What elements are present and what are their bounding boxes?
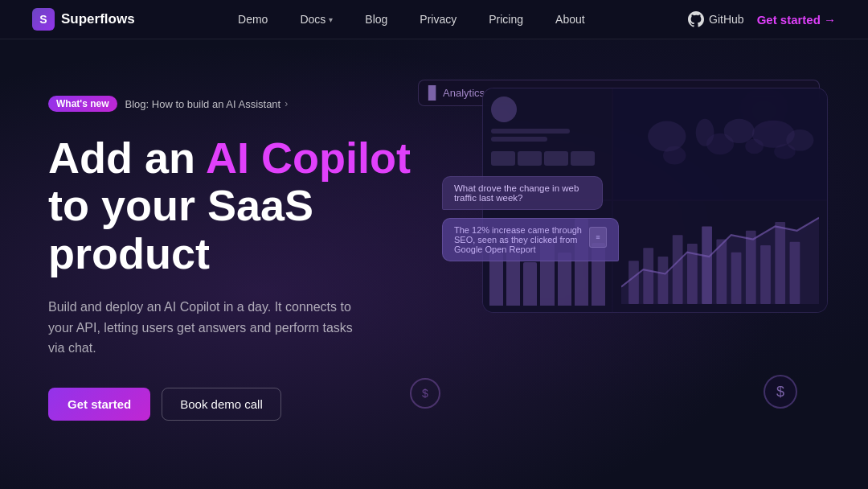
hero-buttons: Get started Book demo call [48, 388, 418, 421]
nav-cta-button[interactable]: Get started → [757, 13, 836, 27]
panel-line [613, 201, 827, 312]
svg-rect-14 [673, 235, 683, 304]
chat-bubble-answer: The 12% increase came through SEO, seen … [442, 218, 619, 261]
dash-btn [571, 151, 595, 166]
dash-btn [491, 151, 515, 166]
chat-bubble-question: What drove the change in web traffic las… [442, 176, 603, 210]
logo-icon: S [32, 8, 55, 31]
nav-docs[interactable]: Docs ▾ [285, 8, 347, 31]
hero-description: Build and deploy an AI Copilot in a day.… [48, 297, 354, 359]
navbar: S Superflows Demo Docs ▾ Blog Privacy Pr… [0, 0, 868, 39]
svg-point-2 [663, 146, 686, 165]
svg-rect-22 [790, 242, 800, 304]
svg-rect-11 [628, 261, 639, 304]
github-link[interactable]: GitHub [688, 11, 744, 27]
docs-chevron-icon: ▾ [329, 15, 333, 24]
nav-right: GitHub Get started → [688, 11, 836, 27]
dash-btn [544, 151, 568, 166]
hero-left: What's new Blog: How to build an AI Assi… [48, 80, 418, 421]
nav-about[interactable]: About [541, 8, 600, 31]
blog-link[interactable]: Blog: How to build an AI Assistant › [125, 98, 289, 110]
profile-line [491, 137, 547, 142]
svg-point-1 [648, 121, 686, 152]
chart-bar-icon: ▊ [428, 85, 438, 101]
panel-map [613, 88, 827, 199]
dash-buttons [491, 151, 595, 166]
dollar-circle-icon: $ [764, 375, 797, 409]
svg-rect-20 [760, 245, 771, 304]
get-started-button[interactable]: Get started [48, 388, 150, 421]
hero-section: What's new Blog: How to build an AI Assi… [0, 39, 868, 489]
svg-point-9 [786, 129, 813, 150]
world-map-icon [621, 97, 819, 191]
nav-demo[interactable]: Demo [223, 8, 282, 31]
svg-rect-19 [746, 231, 756, 304]
file-icon: ≡ [589, 227, 607, 248]
svg-point-5 [724, 119, 755, 143]
nav-links: Demo Docs ▾ Blog Privacy Pricing About [223, 8, 600, 31]
nav-privacy[interactable]: Privacy [405, 8, 471, 31]
hero-title: Add an AI Copilot to your SaaSproduct [48, 134, 418, 277]
book-demo-button[interactable]: Book demo call [162, 388, 281, 421]
profile-avatar [491, 97, 517, 122]
whats-new-badge: What's new [48, 96, 117, 112]
svg-rect-13 [658, 257, 669, 304]
dash-btn [518, 151, 542, 166]
chat-bubbles: What drove the change in web traffic las… [442, 176, 619, 261]
profile-line [491, 129, 570, 134]
github-icon [688, 11, 704, 27]
dollar-icon: $ [410, 378, 440, 409]
nav-blog[interactable]: Blog [350, 8, 402, 31]
svg-rect-16 [702, 226, 712, 304]
bar-3 [523, 262, 537, 306]
logo-text: Superflows [61, 11, 135, 27]
svg-rect-18 [731, 253, 742, 304]
svg-rect-17 [716, 240, 727, 304]
hero-right: ▊ Analytics $ [418, 80, 820, 489]
svg-rect-12 [643, 248, 653, 304]
badge-row: What's new Blog: How to build an AI Assi… [48, 96, 418, 112]
logo[interactable]: S Superflows [32, 8, 135, 31]
svg-rect-15 [687, 244, 698, 304]
chevron-right-icon: › [285, 98, 288, 109]
svg-rect-21 [775, 222, 785, 304]
profile-lines [491, 129, 604, 142]
nav-pricing[interactable]: Pricing [474, 8, 538, 31]
line-chart-icon [621, 209, 819, 304]
